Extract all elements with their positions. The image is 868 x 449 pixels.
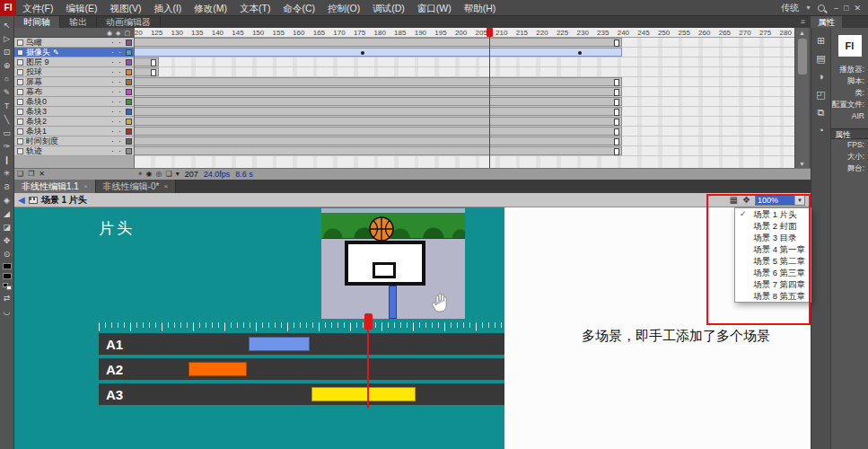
pen-tool-icon[interactable]: ✎ (1, 86, 13, 99)
edit-multiple-frames-button[interactable]: ❏ (165, 171, 171, 178)
lock-all-layers-icon[interactable]: ◈ (116, 30, 120, 36)
basketball-scene-graphic[interactable] (321, 208, 465, 319)
timeline-tab[interactable]: 输出 (60, 16, 97, 28)
frame-span[interactable] (135, 57, 159, 66)
layer-visibility-dot[interactable]: · (111, 39, 114, 47)
menu-item[interactable]: 文本(T) (233, 0, 276, 16)
layer-outline-color-swatch[interactable] (126, 138, 132, 145)
layer-lock-dot[interactable]: · (118, 78, 121, 86)
鸟瞰[interactable] (135, 38, 794, 48)
timeline-tab[interactable]: 时间轴 (14, 16, 60, 28)
zoom-value[interactable]: 100% (756, 196, 794, 205)
frame-span[interactable] (135, 67, 159, 76)
layer-lock-dot[interactable]: · (118, 118, 121, 126)
pencil-tool-icon[interactable]: ✑ (1, 140, 13, 153)
frame-span[interactable] (135, 127, 622, 136)
layer-outline-color-swatch[interactable] (126, 109, 132, 115)
layer-outline-color-swatch[interactable] (126, 148, 132, 154)
menu-item[interactable]: 编辑(E) (59, 0, 103, 16)
layer-visibility-dot[interactable]: · (111, 128, 114, 136)
3d-rotation-tool-icon[interactable]: ⊕ (1, 59, 13, 72)
条块3[interactable]: 条块3 ✎ · · (14, 107, 134, 117)
close-icon[interactable]: × (83, 182, 88, 190)
layer-visibility-dot[interactable]: · (111, 88, 114, 96)
track-clip[interactable] (311, 387, 416, 401)
layer-visibility-dot[interactable]: · (111, 48, 114, 57)
show-hide-all-layers-icon[interactable]: ◉ (107, 30, 112, 36)
info-panel-icon[interactable]: ◰ (816, 90, 825, 100)
轨迹[interactable]: 轨迹 ✎ · · (14, 146, 134, 156)
color-panel-icon[interactable]: ◑ (818, 72, 824, 82)
panel-menu-icon[interactable]: ≡ (795, 16, 811, 28)
track-clip[interactable] (189, 362, 247, 376)
onion-skin-button[interactable]: ◉ (146, 171, 153, 178)
条块1[interactable] (135, 127, 794, 136)
frame-span[interactable] (135, 146, 622, 155)
bone-tool-icon[interactable]: Ϩ (1, 180, 13, 193)
playhead[interactable] (489, 28, 490, 168)
frame-span[interactable] (135, 77, 622, 86)
layer-outline-color-swatch[interactable] (126, 89, 132, 95)
snap-magnet-icon[interactable]: ◡ (1, 305, 13, 318)
history-panel-icon[interactable]: ◔ (818, 126, 824, 136)
back-arrow-icon[interactable]: ◀ (14, 195, 29, 205)
时间刻度[interactable]: 时间刻度 ✎ · · (14, 136, 134, 146)
hand-tool-icon[interactable]: ✥ (1, 234, 13, 247)
frame-span[interactable] (135, 87, 622, 96)
scroll-thumb[interactable] (798, 39, 807, 75)
line-tool-icon[interactable]: ╲ (1, 113, 13, 126)
selection-tool-icon[interactable]: ↖ (1, 19, 13, 31)
default-colors-icon[interactable] (3, 283, 12, 290)
properties-section-header[interactable]: 属性 (831, 128, 868, 139)
时间刻度[interactable] (135, 136, 794, 146)
paint-bucket-tool-icon[interactable]: ◈ (1, 194, 13, 207)
layer-lock-dot[interactable]: · (118, 88, 121, 96)
chevron-down-icon[interactable]: ▼ (794, 196, 804, 205)
lasso-tool-icon[interactable]: ○ (1, 73, 13, 85)
track-clip[interactable] (249, 337, 310, 351)
deco-tool-icon[interactable]: ✳ (1, 167, 13, 180)
edit-symbols-button[interactable]: ❖ (742, 196, 750, 205)
frame-span[interactable] (135, 38, 622, 47)
layer-outline-color-swatch[interactable] (126, 59, 132, 66)
onion-skin-outlines-button[interactable]: ◎ (156, 171, 162, 178)
align-panel-icon[interactable]: ⊞ (817, 36, 825, 46)
frame-span[interactable] (135, 117, 622, 126)
条块0[interactable]: 条块0 ✎ · · (14, 97, 134, 107)
frame-span[interactable] (135, 97, 622, 106)
scene-menu-item[interactable]: 场景 5 第二章 (735, 255, 811, 267)
layer-visibility-dot[interactable]: · (111, 118, 114, 126)
menu-item[interactable]: 帮助(H) (458, 0, 503, 16)
条块0[interactable] (135, 97, 794, 107)
rectangle-tool-icon[interactable]: ▭ (1, 127, 13, 139)
library-panel-icon[interactable]: ▤ (816, 54, 825, 64)
投球[interactable] (135, 67, 794, 77)
timeline-scrollbar[interactable]: ▲ ▼ (794, 28, 809, 168)
close-button[interactable]: ✕ (851, 4, 864, 13)
条块2[interactable] (135, 117, 794, 127)
layer-lock-dot[interactable]: · (118, 147, 121, 155)
摄像头[interactable]: 摄像头 ✎ · · (14, 48, 134, 57)
frame-span[interactable] (135, 48, 622, 57)
投球[interactable]: 投球 ✎ · · (14, 67, 134, 77)
scene-menu-item[interactable]: 场景 7 第四章 (735, 278, 811, 290)
scene-menu-item[interactable]: 场景 2 封面 (735, 220, 811, 232)
menu-item[interactable]: 调试(D) (366, 0, 411, 16)
幕布[interactable]: 幕布 ✎ · · (14, 87, 134, 97)
layer-lock-dot[interactable]: · (118, 68, 121, 76)
layer-lock-dot[interactable]: · (118, 39, 121, 47)
layer-lock-dot[interactable]: · (118, 58, 121, 66)
menu-item[interactable]: 插入(I) (147, 0, 188, 16)
workspace-switcher[interactable]: 传统 (781, 2, 799, 14)
layer-visibility-dot[interactable]: · (111, 58, 114, 66)
scroll-up-icon[interactable]: ▲ (795, 28, 810, 37)
幕布[interactable] (135, 87, 794, 97)
eraser-tool-icon[interactable]: ◪ (1, 221, 13, 233)
layer-visibility-dot[interactable]: · (111, 78, 114, 86)
fill-color-swatch[interactable] (3, 273, 12, 279)
scene-menu-item[interactable]: 场景 8 第五章 (735, 290, 811, 302)
layer-outline-color-swatch[interactable] (126, 40, 132, 46)
条块1[interactable]: 条块1 ✎ · · (14, 127, 134, 136)
条块3[interactable] (135, 107, 794, 117)
stroke-color-swatch[interactable] (3, 263, 12, 269)
